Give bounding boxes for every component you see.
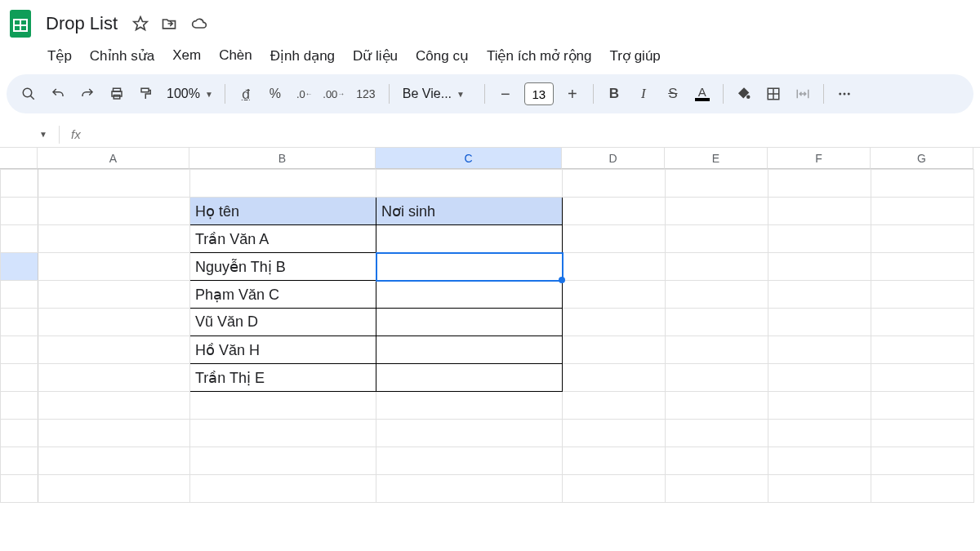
menu-insert[interactable]: Chèn <box>211 44 261 68</box>
fill-color-button[interactable] <box>730 80 758 108</box>
cell-C11[interactable] <box>376 447 563 475</box>
cell-G12[interactable] <box>871 475 974 503</box>
cell-F11[interactable] <box>768 447 871 475</box>
undo-icon[interactable] <box>44 80 72 108</box>
cell-A5[interactable] <box>38 281 190 309</box>
select-all-corner[interactable] <box>0 148 38 169</box>
cell-G1[interactable] <box>871 170 974 198</box>
name-box[interactable]: ▼ <box>10 130 52 139</box>
cell-E10[interactable] <box>666 420 768 447</box>
star-icon[interactable] <box>132 16 149 32</box>
cell-C2[interactable]: Nơi sinh <box>376 198 563 225</box>
cell-B7[interactable]: Hồ Văn H <box>190 336 376 364</box>
cell-F3[interactable] <box>768 225 871 253</box>
cell-G2[interactable] <box>871 198 974 225</box>
cell-D4[interactable] <box>563 253 666 281</box>
cell-C6[interactable] <box>376 309 563 336</box>
menu-data[interactable]: Dữ liệu <box>345 44 406 68</box>
row-header[interactable] <box>1 475 38 503</box>
increase-font-size-button[interactable]: + <box>559 80 586 108</box>
cell-D7[interactable] <box>563 336 666 364</box>
column-header-B[interactable]: B <box>189 148 376 169</box>
cell-E3[interactable] <box>666 225 768 253</box>
menu-file[interactable]: Tệp <box>39 44 80 68</box>
cell-G11[interactable] <box>871 447 974 475</box>
cell-F2[interactable] <box>768 198 871 225</box>
cell-F7[interactable] <box>768 336 871 364</box>
cell-A12[interactable] <box>38 475 190 503</box>
row-header[interactable] <box>1 225 38 253</box>
cell-A9[interactable] <box>38 392 190 420</box>
cell-D2[interactable] <box>563 198 666 225</box>
document-title[interactable]: Drop List <box>41 11 122 36</box>
column-header-D[interactable]: D <box>562 148 665 169</box>
cell-D1[interactable] <box>563 170 666 198</box>
cell-B6[interactable]: Vũ Văn D <box>190 309 376 336</box>
spreadsheet-grid[interactable]: ABCDEFG Họ tênNơi sinhTrần Văn ANguyễn T… <box>0 148 980 503</box>
cell-C12[interactable] <box>376 475 563 503</box>
column-header-F[interactable]: F <box>768 148 871 169</box>
font-size-input[interactable] <box>524 82 554 105</box>
row-header[interactable] <box>1 281 38 309</box>
text-color-button[interactable]: A <box>688 80 716 108</box>
cell-A4[interactable] <box>38 253 190 281</box>
merge-cells-button[interactable] <box>789 80 817 108</box>
cell-E4[interactable] <box>666 253 768 281</box>
cell-E2[interactable] <box>666 198 768 225</box>
cell-B5[interactable]: Phạm Văn C <box>190 281 376 309</box>
cell-F1[interactable] <box>768 170 871 198</box>
cell-G7[interactable] <box>871 336 974 364</box>
cell-D10[interactable] <box>563 420 666 447</box>
cell-G4[interactable] <box>871 253 974 281</box>
menu-help[interactable]: Trợ giúp <box>602 44 669 68</box>
menu-view[interactable]: Xem <box>164 44 209 68</box>
cell-E6[interactable] <box>666 309 768 336</box>
cloud-status-icon[interactable] <box>189 16 209 32</box>
italic-button[interactable]: I <box>630 80 657 108</box>
cell-E9[interactable] <box>666 392 768 420</box>
cell-C10[interactable] <box>376 420 563 447</box>
cell-C7[interactable] <box>376 336 563 364</box>
cell-D8[interactable] <box>563 364 666 392</box>
column-header-G[interactable]: G <box>871 148 973 169</box>
cell-A3[interactable] <box>38 225 190 253</box>
cell-A2[interactable] <box>38 198 190 225</box>
row-header[interactable] <box>1 364 38 392</box>
cell-F5[interactable] <box>768 281 871 309</box>
cell-F8[interactable] <box>768 364 871 392</box>
cell-D12[interactable] <box>563 475 666 503</box>
menu-tools[interactable]: Công cụ <box>408 44 477 68</box>
menu-format[interactable]: Định dạng <box>262 44 343 68</box>
cell-A10[interactable] <box>38 420 190 447</box>
menu-extensions[interactable]: Tiện ích mở rộng <box>479 44 600 68</box>
decrease-font-size-button[interactable]: − <box>492 80 519 108</box>
cell-C5[interactable] <box>376 281 563 309</box>
column-header-A[interactable]: A <box>38 148 189 169</box>
decrease-decimal-button[interactable]: .0← <box>291 80 318 108</box>
cell-B10[interactable] <box>190 420 376 447</box>
cell-F12[interactable] <box>768 475 871 503</box>
paint-format-icon[interactable] <box>132 80 160 108</box>
cell-G10[interactable] <box>871 420 974 447</box>
cell-B12[interactable] <box>190 475 376 503</box>
cell-B2[interactable]: Họ tên <box>190 198 376 225</box>
cell-E7[interactable] <box>666 336 768 364</box>
column-header-C[interactable]: C <box>376 148 562 169</box>
cell-E5[interactable] <box>666 281 768 309</box>
cell-D5[interactable] <box>563 281 666 309</box>
redo-icon[interactable] <box>74 80 101 108</box>
cell-G8[interactable] <box>871 364 974 392</box>
cell-G6[interactable] <box>871 309 974 336</box>
cell-C3[interactable] <box>376 225 563 253</box>
cell-B1[interactable] <box>190 170 376 198</box>
row-header[interactable] <box>1 170 38 198</box>
cell-F10[interactable] <box>768 420 871 447</box>
cell-F4[interactable] <box>768 253 871 281</box>
row-header[interactable] <box>1 253 38 281</box>
cell-D11[interactable] <box>563 447 666 475</box>
increase-decimal-button[interactable]: .00→ <box>320 80 348 108</box>
cell-E12[interactable] <box>666 475 768 503</box>
move-folder-icon[interactable] <box>160 16 178 32</box>
cell-E11[interactable] <box>666 447 768 475</box>
cell-C4[interactable] <box>376 253 563 281</box>
